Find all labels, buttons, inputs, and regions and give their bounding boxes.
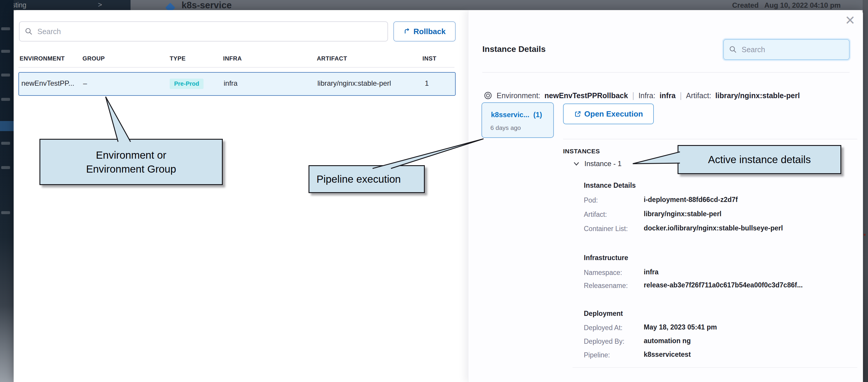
environments-search[interactable]	[19, 21, 388, 41]
field-label-namespace: Namespace:	[584, 269, 622, 277]
notification-dot	[864, 234, 866, 236]
infra-value: infra	[659, 91, 676, 100]
external-link-icon	[574, 110, 582, 118]
sidebar-item-fragment	[1, 27, 10, 30]
row-environment: newEnvTestPP...	[21, 73, 74, 94]
environment-label: Environment:	[497, 91, 540, 100]
callout-environment-line2: Environment Group	[40, 162, 222, 176]
search-input[interactable]	[37, 27, 388, 36]
search-input[interactable]	[741, 45, 849, 54]
section-heading-instance-details: Instance Details	[584, 182, 636, 190]
sidebar-item-fragment	[1, 142, 10, 145]
environment-table-row[interactable]: newEnvTestPP... – Pre-Prod infra library…	[19, 72, 456, 96]
execution-time: 6 days ago	[490, 124, 521, 131]
column-header-inst: INST	[423, 55, 436, 62]
field-label-releasename: Releasename:	[584, 282, 628, 290]
artifact-value: library/nginx:stable-perl	[715, 91, 800, 100]
callout-pipeline-text: Pipeline execution	[316, 173, 424, 185]
section-bottom-divider	[572, 367, 857, 368]
created-timestamp: Created Aug 10, 2022 04:10 pm	[732, 1, 841, 9]
column-header-infra: INFRA	[223, 55, 242, 62]
callout-environment-line1: Environment or	[40, 148, 222, 162]
sidebar-active-item	[0, 121, 13, 131]
instance-1-toggle[interactable]: Instance - 1	[573, 160, 621, 168]
callout-environment: Environment or Environment Group	[39, 139, 223, 185]
search-icon	[25, 28, 33, 35]
pre-prod-badge: Pre-Prod	[170, 78, 204, 89]
dimmed-sidebar	[0, 0, 13, 382]
section-heading-deployment: Deployment	[584, 310, 623, 318]
instances-search[interactable]	[723, 39, 849, 60]
drawer-title: Instance Details	[483, 44, 546, 54]
environment-value: newEnvTestPPRollback	[545, 91, 628, 100]
field-value-container-list: docker.io/library/nginx:stable-bullseye-…	[644, 224, 783, 232]
callout-active-instance: Active instance details	[678, 145, 841, 174]
field-label-deployed-at: Deployed At:	[584, 324, 622, 332]
sidebar-item-fragment	[1, 73, 10, 76]
field-label-container-list: Container List:	[584, 225, 628, 233]
dimmed-page-header: Testing > k8s-service Created Aug 10, 20…	[0, 0, 868, 10]
service-title: k8s-service	[182, 0, 232, 10]
open-execution-button[interactable]: Open Execution	[563, 103, 654, 124]
dimmed-nav-strip: Testing >	[0, 0, 130, 10]
field-label-pipeline: Pipeline:	[584, 351, 610, 359]
deployment-summary-line: Environment: newEnvTestPPRollback | Infr…	[484, 89, 800, 102]
callout-pipeline-execution: Pipeline execution	[309, 165, 425, 193]
row-group: –	[83, 73, 87, 94]
instance-title: Instance - 1	[584, 160, 621, 168]
column-header-artifact: ARTIFACT	[317, 55, 347, 62]
instances-divider	[563, 139, 857, 139]
chevron-right-icon: >	[98, 1, 102, 9]
dimmed-page-right-edge	[863, 0, 868, 382]
search-icon	[729, 46, 737, 53]
execution-name: k8sservic... (1)	[491, 110, 542, 119]
field-value-deployed-by: automation ng	[644, 337, 691, 345]
field-value-artifact: library/nginx:stable-perl	[644, 210, 721, 218]
table-header-divider	[19, 67, 455, 68]
field-value-deployed-at: May 18, 2023 05:41 pm	[644, 323, 717, 331]
field-label-deployed-by: Deployed By:	[584, 338, 624, 346]
row-inst-count: 1	[425, 73, 429, 94]
service-rollback-screen: Testing > k8s-service Created Aug 10, 20…	[0, 0, 868, 382]
rollback-icon	[403, 28, 411, 35]
rollback-button-label: Rollback	[413, 27, 445, 36]
column-header-group: GROUP	[83, 55, 105, 62]
pipeline-execution-card[interactable]: k8sservic... (1) 6 days ago	[482, 102, 554, 138]
sidebar-item-fragment	[1, 211, 10, 214]
column-header-type: TYPE	[170, 55, 186, 62]
chevron-down-icon	[573, 160, 580, 167]
rollback-button[interactable]: Rollback	[393, 21, 456, 41]
callout-active-text: Active instance details	[678, 154, 840, 165]
infra-label: Infra:	[639, 91, 655, 100]
sidebar-item-fragment	[1, 166, 10, 169]
field-value-namespace: infra	[644, 268, 658, 276]
open-execution-label: Open Execution	[584, 109, 643, 119]
instances-header: INSTANCES	[563, 148, 600, 155]
drawer-header-divider	[483, 72, 849, 73]
separator: |	[680, 91, 682, 100]
field-label-pod: Pod:	[584, 196, 598, 204]
service-diamond-icon	[165, 3, 175, 10]
field-label-artifact: Artifact:	[584, 211, 607, 219]
artifact-label: Artifact:	[686, 91, 711, 100]
row-artifact: library/nginx:stable-perl	[317, 73, 391, 94]
field-value-pipeline: k8sservicetest	[644, 351, 691, 358]
sidebar-item-fragment	[1, 98, 10, 101]
sidebar-item-fragment	[1, 50, 10, 53]
column-header-environment: ENVIRONMENT	[20, 55, 65, 62]
section-heading-infrastructure: Infrastructure	[584, 254, 628, 262]
row-infra: infra	[224, 73, 238, 94]
field-value-releasename: release-ab3e7f26f711a0c617b54ea00f0c3d7c…	[644, 281, 803, 289]
close-icon[interactable]: ✕	[845, 13, 855, 28]
environment-icon	[484, 91, 492, 100]
field-value-pod: i-deployment-88fd66cd-z2d7f	[644, 196, 738, 204]
separator: |	[632, 91, 634, 100]
